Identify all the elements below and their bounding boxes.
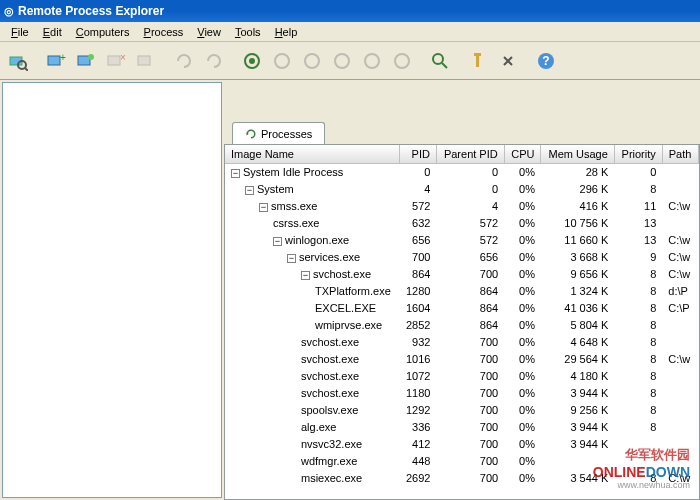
process-name: wdfmgr.exe [301,455,357,467]
table-row[interactable]: −services.exe7006560%3 668 K9C:\w [225,249,699,266]
process-name: svchost.exe [301,336,359,348]
process-name: svchost.exe [301,353,359,365]
table-row[interactable]: −svchost.exe8647000%9 656 K8C:\w [225,266,699,283]
table-row[interactable]: alg.exe3367000%3 944 K8 [225,419,699,436]
process-tree-button [298,47,326,75]
tree-toggle-icon[interactable]: − [231,169,240,178]
table-row[interactable]: EXCEL.EXE16048640%41 036 K8C:\P [225,300,699,317]
process-name: TXPlatform.exe [315,285,391,297]
add-computer-button[interactable]: + [42,47,70,75]
svg-rect-9 [138,56,150,65]
app-icon: ◎ [4,5,14,18]
process-name: EXCEL.EXE [315,302,376,314]
toolbar: + × ? [0,42,700,80]
options-button[interactable] [494,47,522,75]
svg-rect-7 [108,56,120,65]
table-row[interactable]: wdfmgr.exe4487000% [225,453,699,470]
col-header[interactable]: PID [399,145,436,164]
find-computer-button[interactable] [4,47,32,75]
svg-point-13 [305,54,319,68]
tools-button[interactable] [464,47,492,75]
svg-point-12 [275,54,289,68]
table-row[interactable]: svchost.exe10167000%29 564 K8C:\w [225,351,699,368]
refresh-all-button [200,47,228,75]
run-process-button[interactable] [238,47,266,75]
col-header[interactable]: Image Name [225,145,399,164]
refresh-button [170,47,198,75]
col-header[interactable]: Path [662,145,698,164]
menu-file[interactable]: File [4,24,36,40]
process-name: smss.exe [271,200,317,212]
menu-tools[interactable]: Tools [228,24,268,40]
help-button[interactable]: ? [532,47,560,75]
svg-rect-3 [48,56,60,65]
process-name: msiexec.exe [301,472,362,484]
process-name: svchost.exe [301,387,359,399]
table-body: −System Idle Process000%28 K0−System400%… [225,164,699,487]
svg-point-11 [249,58,255,64]
restart-button [388,47,416,75]
tree-toggle-icon[interactable]: − [273,237,282,246]
remove-computer-button: × [102,47,130,75]
col-header[interactable]: CPU [504,145,541,164]
process-table[interactable]: Image NamePIDParent PIDCPUMem UsagePrior… [224,144,700,500]
tab-processes[interactable]: Processes [232,122,325,144]
kill-process-button [268,47,296,75]
find-process-button[interactable] [426,47,454,75]
menu-help[interactable]: Help [268,24,305,40]
table-row[interactable]: svchost.exe9327000%4 648 K8 [225,334,699,351]
table-header-row[interactable]: Image NamePIDParent PIDCPUMem UsagePrior… [225,145,699,164]
svg-point-17 [433,54,443,64]
tree-toggle-icon[interactable]: − [287,254,296,263]
svg-line-18 [442,63,447,68]
svg-point-14 [335,54,349,68]
col-header[interactable]: Mem Usage [541,145,614,164]
priority-button [328,47,356,75]
table-row[interactable]: nvsvc32.exe4127000%3 944 K [225,436,699,453]
svg-text:×: × [120,52,126,63]
computers-tree[interactable] [2,82,222,498]
process-name: nvsvc32.exe [301,438,362,450]
process-name: wmiprvse.exe [315,319,382,331]
svg-point-6 [88,54,94,60]
process-name: System Idle Process [243,166,343,178]
process-name: System [257,183,294,195]
process-name: alg.exe [301,421,336,433]
menu-view[interactable]: View [190,24,228,40]
svg-point-15 [365,54,379,68]
app-title: Remote Process Explorer [18,4,164,18]
svg-line-2 [25,68,28,71]
svg-text:+: + [60,52,66,63]
table-row[interactable]: TXPlatform.exe12808640%1 324 K8d:\P [225,283,699,300]
menu-edit[interactable]: Edit [36,24,69,40]
tree-toggle-icon[interactable]: − [301,271,310,280]
refresh-icon [245,128,257,140]
table-row[interactable]: msiexec.exe26927000%3 544 K8C:\w [225,470,699,487]
table-row[interactable]: −System400%296 K8 [225,181,699,198]
edit-computer-button[interactable] [72,47,100,75]
title-bar: ◎ Remote Process Explorer [0,0,700,22]
tab-label: Processes [261,128,312,140]
table-row[interactable]: −winlogon.exe6565720%11 660 K13C:\w [225,232,699,249]
svg-text:?: ? [542,54,549,68]
tree-toggle-icon[interactable]: − [259,203,268,212]
tree-toggle-icon[interactable]: − [245,186,254,195]
menu-bar: FileEditComputersProcessViewToolsHelp [0,22,700,42]
table-row[interactable]: svchost.exe11807000%3 944 K8 [225,385,699,402]
menu-process[interactable]: Process [137,24,191,40]
table-row[interactable]: −smss.exe57240%416 K11C:\w [225,198,699,215]
table-row[interactable]: −System Idle Process000%28 K0 [225,164,699,181]
tab-strip: Processes [224,120,700,144]
col-header[interactable]: Priority [614,145,662,164]
process-name: winlogon.exe [285,234,349,246]
process-name: csrss.exe [273,217,319,229]
col-header[interactable]: Parent PID [436,145,504,164]
table-row[interactable]: csrss.exe6325720%10 756 K13 [225,215,699,232]
table-row[interactable]: spoolsv.exe12927000%9 256 K8 [225,402,699,419]
svg-point-16 [395,54,409,68]
process-name: svchost.exe [313,268,371,280]
debug-button [358,47,386,75]
table-row[interactable]: wmiprvse.exe28528640%5 804 K8 [225,317,699,334]
menu-computers[interactable]: Computers [69,24,137,40]
table-row[interactable]: svchost.exe10727000%4 180 K8 [225,368,699,385]
